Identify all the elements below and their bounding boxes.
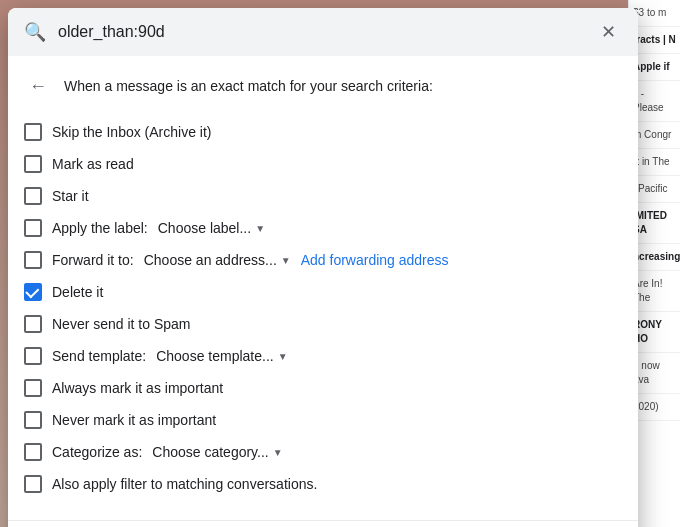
label-send-template: Send template: <box>52 348 146 364</box>
add-forwarding-address-link[interactable]: Add forwarding address <box>301 252 449 268</box>
dropdown-arrow-address: ▼ <box>281 255 291 266</box>
dropdown-arrow-template: ▼ <box>278 351 288 362</box>
choose-template-text: Choose template... <box>156 348 274 364</box>
checkbox-delete[interactable] <box>24 283 42 301</box>
dialog-body: ← When a message is an exact match for y… <box>8 56 638 516</box>
filter-row-mark-as-read: Mark as read <box>24 148 614 180</box>
checkbox-skip-inbox[interactable] <box>24 123 42 141</box>
search-icon: 🔍 <box>24 21 46 43</box>
checkbox-never-spam[interactable] <box>24 315 42 333</box>
filter-row-send-template: Send template: Choose template... ▼ <box>24 340 614 372</box>
filter-row-never-important: Never mark it as important <box>24 404 614 436</box>
dialog-footer: ? Learn more Create filter <box>8 520 638 527</box>
checkbox-mark-as-read[interactable] <box>24 155 42 173</box>
filter-row-forward: Forward it to: Choose an address... ▼ Ad… <box>24 244 614 276</box>
choose-category-text: Choose category... <box>152 444 268 460</box>
choose-template-dropdown[interactable]: Choose template... ▼ <box>156 348 287 364</box>
label-mark-as-read: Mark as read <box>52 156 134 172</box>
checkbox-also-apply[interactable] <box>24 475 42 493</box>
filter-row-also-apply: Also apply filter to matching conversati… <box>24 468 614 500</box>
label-also-apply: Also apply filter to matching conversati… <box>52 476 317 492</box>
search-input[interactable] <box>58 23 582 41</box>
back-button[interactable]: ← <box>24 72 52 100</box>
close-button[interactable]: ✕ <box>594 18 622 46</box>
filter-row-star-it: Star it <box>24 180 614 212</box>
filter-row-categorize: Categorize as: Choose category... ▼ <box>24 436 614 468</box>
filter-row-skip-inbox: Skip the Inbox (Archive it) <box>24 116 614 148</box>
dropdown-arrow-label: ▼ <box>255 223 265 234</box>
checkbox-forward[interactable] <box>24 251 42 269</box>
dialog-header-text: When a message is an exact match for you… <box>64 78 433 94</box>
checkbox-star-it[interactable] <box>24 187 42 205</box>
checkbox-send-template[interactable] <box>24 347 42 365</box>
filter-options-list: Skip the Inbox (Archive it) Mark as read… <box>24 116 614 500</box>
header-row: ← When a message is an exact match for y… <box>24 72 614 100</box>
label-delete: Delete it <box>52 284 103 300</box>
choose-address-dropdown[interactable]: Choose an address... ▼ <box>144 252 291 268</box>
label-categorize: Categorize as: <box>52 444 142 460</box>
dropdown-arrow-category: ▼ <box>273 447 283 458</box>
choose-label-dropdown[interactable]: Choose label... ▼ <box>158 220 265 236</box>
label-never-spam: Never send it to Spam <box>52 316 191 332</box>
choose-label-text: Choose label... <box>158 220 251 236</box>
filter-row-always-important: Always mark it as important <box>24 372 614 404</box>
label-skip-inbox: Skip the Inbox (Archive it) <box>52 124 212 140</box>
label-apply-label: Apply the label: <box>52 220 148 236</box>
checkbox-always-important[interactable] <box>24 379 42 397</box>
checkbox-categorize[interactable] <box>24 443 42 461</box>
label-star-it: Star it <box>52 188 89 204</box>
checkbox-never-important[interactable] <box>24 411 42 429</box>
filter-row-never-spam: Never send it to Spam <box>24 308 614 340</box>
label-always-important: Always mark it as important <box>52 380 223 396</box>
label-forward: Forward it to: <box>52 252 134 268</box>
label-never-important: Never mark it as important <box>52 412 216 428</box>
filter-row-apply-label: Apply the label: Choose label... ▼ <box>24 212 614 244</box>
search-bar: 🔍 ✕ <box>8 8 638 56</box>
choose-address-text: Choose an address... <box>144 252 277 268</box>
checkbox-apply-label[interactable] <box>24 219 42 237</box>
choose-category-dropdown[interactable]: Choose category... ▼ <box>152 444 282 460</box>
search-filter-dialog: 🔍 ✕ ← When a message is an exact match f… <box>8 8 638 527</box>
filter-row-delete: Delete it <box>24 276 614 308</box>
